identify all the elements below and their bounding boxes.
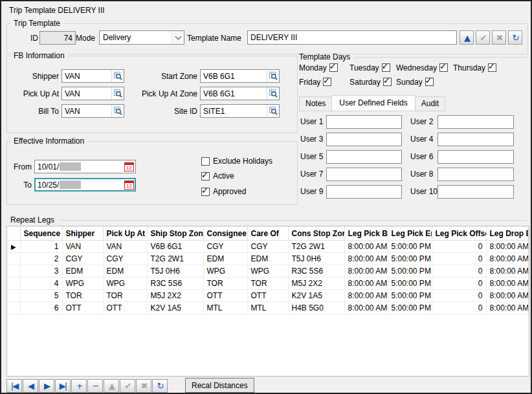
- nav-edit-button[interactable]: ▲: [104, 379, 119, 393]
- table-row[interactable]: ▶1VANVANV6B 6G1CGYCGYT2G 2W18:00:00 AM5:…: [7, 241, 528, 253]
- table-cell[interactable]: TOR: [103, 290, 147, 302]
- table-cell[interactable]: CGY: [247, 241, 288, 253]
- table-cell[interactable]: WPG: [247, 265, 288, 278]
- table-cell[interactable]: K2V 1A5: [147, 302, 203, 314]
- table-cell[interactable]: MTL: [247, 302, 288, 314]
- from-date-input[interactable]: 10/01/ 12: [34, 160, 136, 173]
- table-cell[interactable]: CGY: [203, 241, 247, 253]
- lookup-button[interactable]: [111, 105, 124, 117]
- user-field-input[interactable]: [326, 133, 402, 146]
- table-cell[interactable]: 8:00:00 AM: [486, 253, 528, 265]
- column-header[interactable]: Leg Drop By: [486, 226, 528, 241]
- table-row[interactable]: 3EDMEDMT5J 0H6WPGWPGR3C 5S68:00:00 AM5:0…: [7, 265, 528, 278]
- nav-first-button[interactable]: |◀: [6, 379, 22, 393]
- table-cell[interactable]: OTT: [62, 302, 103, 314]
- checkbox[interactable]: [439, 63, 448, 72]
- table-cell[interactable]: CGY: [103, 253, 147, 265]
- column-header[interactable]: Pick Up At: [103, 226, 147, 241]
- table-cell[interactable]: R3C 5S6: [147, 278, 203, 290]
- to-date-input[interactable]: 10/25/ 12: [34, 178, 136, 192]
- table-cell[interactable]: 8:00:00 AM: [486, 241, 528, 253]
- calendar-icon[interactable]: 12: [124, 162, 134, 171]
- day-checkbox-tuesday[interactable]: Tuesday: [349, 63, 390, 72]
- table-cell[interactable]: 8:00:00 AM: [344, 265, 388, 278]
- table-cell[interactable]: WPG: [62, 278, 103, 290]
- table-cell[interactable]: 0: [432, 265, 486, 278]
- nav-up-button[interactable]: ▲: [460, 30, 474, 45]
- column-header[interactable]: Leg Pick Offset: [432, 226, 486, 241]
- nav-last-button[interactable]: ▶|: [55, 379, 71, 393]
- checkbox[interactable]: [425, 78, 434, 86]
- table-cell[interactable]: H4B 5G0: [288, 302, 344, 314]
- checkbox[interactable]: [329, 63, 338, 72]
- table-cell[interactable]: EDM: [203, 253, 247, 265]
- table-cell[interactable]: 5:00:00 PM: [388, 265, 432, 278]
- checkbox[interactable]: [323, 78, 331, 86]
- table-cell[interactable]: 0: [432, 290, 486, 302]
- table-cell[interactable]: 8:00:00 AM: [344, 253, 388, 265]
- table-cell[interactable]: T5J 0H6: [288, 253, 344, 265]
- user-field-input[interactable]: [438, 115, 514, 129]
- nav-cancel-button[interactable]: ✖: [136, 379, 151, 393]
- table-cell[interactable]: 3: [20, 265, 62, 278]
- column-header[interactable]: Cons Stop Zone: [288, 226, 344, 241]
- column-header[interactable]: Ship Stop Zone: [147, 226, 203, 241]
- table-cell[interactable]: V6B 6G1: [147, 241, 203, 253]
- table-cell[interactable]: OTT: [103, 302, 147, 314]
- table-cell[interactable]: 8:00:00 AM: [344, 302, 388, 314]
- nav-delete-button[interactable]: −: [87, 379, 103, 393]
- checkbox[interactable]: [201, 157, 210, 166]
- nav-insert-button[interactable]: +: [71, 379, 87, 393]
- table-cell[interactable]: 5:00:00 PM: [388, 302, 432, 314]
- table-cell[interactable]: WPG: [103, 278, 147, 290]
- active-checkbox[interactable]: Active: [201, 171, 234, 181]
- lookup-button[interactable]: [267, 87, 279, 100]
- table-cell[interactable]: TOR: [247, 278, 288, 290]
- table-row[interactable]: 2CGYCGYT2G 2W1EDMEDMT5J 0H68:00:00 AM5:0…: [7, 253, 528, 265]
- recal-distances-button[interactable]: Recal Distances: [185, 378, 254, 393]
- calendar-icon[interactable]: 12: [124, 180, 134, 190]
- table-cell[interactable]: 5:00:00 PM: [388, 253, 432, 265]
- day-checkbox-wednesday[interactable]: Wednesday: [396, 63, 448, 72]
- checkbox[interactable]: [201, 188, 210, 196]
- nav-refresh-button[interactable]: ↻: [508, 30, 522, 45]
- checkbox[interactable]: [382, 63, 390, 72]
- table-cell[interactable]: 5:00:00 PM: [388, 278, 432, 290]
- nav-post-button[interactable]: ✔: [120, 379, 135, 393]
- day-checkbox-monday[interactable]: Monday: [299, 63, 338, 72]
- user-field-input[interactable]: [326, 185, 402, 199]
- nav-prior-button[interactable]: ◀: [23, 379, 38, 393]
- table-cell[interactable]: VAN: [103, 241, 147, 253]
- table-cell[interactable]: 0: [432, 278, 486, 290]
- table-row[interactable]: 4WPGWPGR3C 5S6TORTORM5J 2X28:00:00 AM5:0…: [7, 278, 528, 290]
- template-name-input[interactable]: [247, 30, 457, 45]
- table-cell[interactable]: 1: [20, 241, 62, 253]
- tab-notes[interactable]: Notes: [299, 96, 332, 111]
- pickup-at-zone-input[interactable]: V6B 6G1: [200, 87, 280, 100]
- table-cell[interactable]: WPG: [203, 265, 247, 278]
- mode-select[interactable]: Delivery: [99, 30, 184, 45]
- table-cell[interactable]: 5: [20, 290, 62, 302]
- nav-next-button[interactable]: ▶: [39, 379, 54, 393]
- table-cell[interactable]: 6: [20, 302, 62, 314]
- column-header[interactable]: Leg Pick By: [344, 226, 388, 241]
- table-cell[interactable]: OTT: [247, 290, 288, 302]
- tab-audit[interactable]: Audit: [415, 96, 445, 111]
- lookup-button[interactable]: [111, 70, 124, 82]
- table-row[interactable]: 5TORTORM5J 2X2OTTOTTK2V 1A58:00:00 AM5:0…: [7, 290, 528, 302]
- table-cell[interactable]: 8:00:00 AM: [344, 241, 388, 253]
- user-field-input[interactable]: [438, 150, 514, 164]
- table-cell[interactable]: 2: [20, 253, 62, 265]
- user-field-input[interactable]: [326, 115, 402, 129]
- table-cell[interactable]: MTL: [203, 302, 247, 314]
- lookup-button[interactable]: [267, 105, 279, 117]
- table-cell[interactable]: 5:00:00 PM: [388, 241, 432, 253]
- nav-post-button[interactable]: ✔: [476, 30, 490, 45]
- table-cell[interactable]: OTT: [203, 290, 247, 302]
- user-field-input[interactable]: [326, 168, 402, 181]
- column-header[interactable]: Shipper: [62, 226, 103, 241]
- tab-user-defined-fields[interactable]: User Defined Fields: [331, 95, 415, 111]
- checkbox[interactable]: [488, 63, 496, 72]
- table-cell[interactable]: EDM: [62, 265, 103, 278]
- table-cell[interactable]: CGY: [62, 253, 103, 265]
